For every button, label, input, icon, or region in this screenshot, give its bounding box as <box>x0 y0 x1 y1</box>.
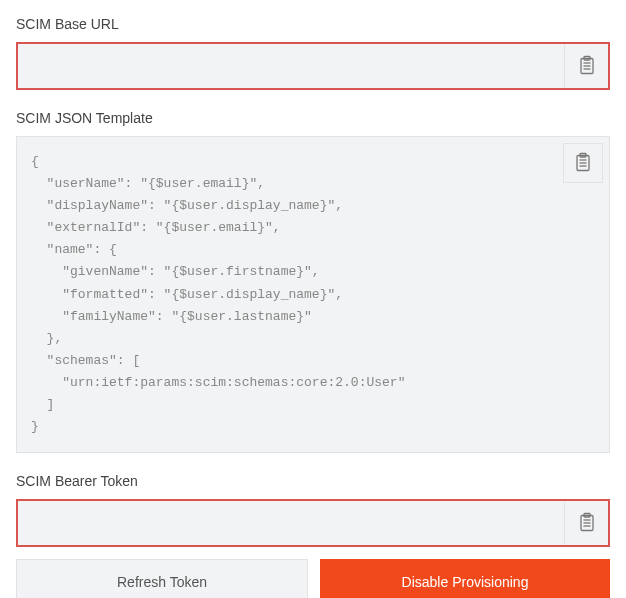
scim-json-template-box[interactable]: { "userName": "{$user.email}", "displayN… <box>16 136 610 453</box>
scim-base-url-group: SCIM Base URL <box>16 16 610 90</box>
clipboard-icon <box>578 55 596 78</box>
action-button-row: Refresh Token Disable Provisioning <box>16 559 610 598</box>
scim-bearer-token-input[interactable] <box>18 501 564 545</box>
refresh-token-button[interactable]: Refresh Token <box>16 559 308 598</box>
copy-json-template-button[interactable] <box>563 143 603 183</box>
scim-base-url-input[interactable] <box>18 44 564 88</box>
scim-bearer-token-label: SCIM Bearer Token <box>16 473 610 489</box>
scim-base-url-label: SCIM Base URL <box>16 16 610 32</box>
scim-base-url-row <box>16 42 610 90</box>
disable-provisioning-button[interactable]: Disable Provisioning <box>320 559 610 598</box>
clipboard-icon <box>578 512 596 535</box>
scim-bearer-token-row <box>16 499 610 547</box>
copy-scim-bearer-token-button[interactable] <box>564 501 608 545</box>
scim-bearer-token-group: SCIM Bearer Token <box>16 473 610 547</box>
scim-json-template-group: SCIM JSON Template { "userName": "{$user… <box>16 110 610 453</box>
scim-json-template-code: { "userName": "{$user.email}", "displayN… <box>17 137 610 452</box>
scim-json-template-label: SCIM JSON Template <box>16 110 610 126</box>
clipboard-icon <box>574 152 592 175</box>
copy-scim-base-url-button[interactable] <box>564 44 608 88</box>
